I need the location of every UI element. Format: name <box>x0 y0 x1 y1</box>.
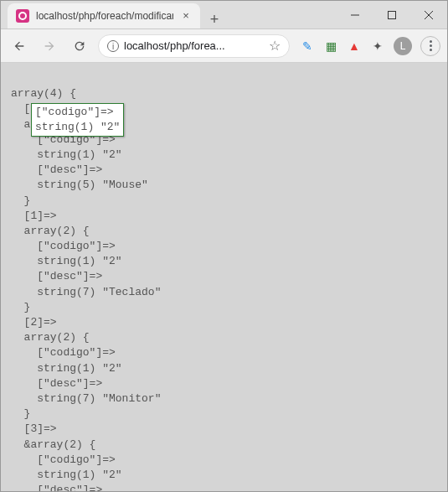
maximize-button[interactable] <box>373 1 410 29</box>
url-text: localhost/php/forea... <box>124 39 264 52</box>
dump-line: string(1) "2" <box>11 255 122 267</box>
dump-line: ["desc"]=> <box>11 270 102 282</box>
dump-line: ["codigo"]=> <box>11 346 116 359</box>
address-bar[interactable]: i localhost/php/forea... ☆ <box>98 34 290 58</box>
window-titlebar: localhost/php/foreach/modificar × + <box>1 1 447 29</box>
window-controls <box>337 1 447 28</box>
dump-line: ["desc"]=> <box>11 377 102 390</box>
extension-icons: ✎ ▦ ▲ ✦ L <box>296 36 440 56</box>
dump-line: &array(2) { <box>11 438 95 451</box>
dump-line: string(7) "Monitor" <box>11 392 161 405</box>
close-window-button[interactable] <box>410 1 447 29</box>
extensions-puzzle-icon[interactable]: ✦ <box>370 39 385 54</box>
highlight-overlay: ["codigo"]=> string(1) "2" <box>31 103 124 137</box>
tab-strip: localhost/php/foreach/modificar × + <box>1 1 337 28</box>
tab-title: localhost/php/foreach/modificar <box>36 10 173 22</box>
minimize-button[interactable] <box>337 1 373 29</box>
svg-rect-1 <box>389 11 396 18</box>
extension-icon-pen[interactable]: ✎ <box>300 39 315 54</box>
favicon-icon <box>16 9 29 23</box>
browser-tab[interactable]: localhost/php/foreach/modificar × <box>8 3 200 28</box>
new-tab-button[interactable]: + <box>203 11 225 28</box>
forward-button[interactable] <box>38 34 61 58</box>
highlight-line: ["codigo"]=> <box>35 106 114 118</box>
extension-icon-bell[interactable]: ▲ <box>347 39 362 54</box>
chrome-menu-button[interactable] <box>420 36 440 56</box>
dump-line: array(2) { <box>11 225 90 237</box>
bookmark-star-icon[interactable]: ☆ <box>269 38 281 54</box>
dump-line: ["codigo"]=> <box>11 453 116 466</box>
site-info-icon[interactable]: i <box>107 40 119 52</box>
dump-line: string(5) "Mouse" <box>11 179 148 191</box>
dump-line: ["desc"]=> <box>11 484 102 492</box>
dump-line: string(7) "Teclado" <box>11 286 161 298</box>
profile-avatar[interactable]: L <box>394 37 412 55</box>
close-tab-button[interactable]: × <box>180 10 192 22</box>
highlight-line: string(1) "2" <box>35 121 120 133</box>
dump-line: string(1) "2" <box>11 469 122 481</box>
dump-line: } <box>11 194 30 207</box>
dump-line: string(1) "2" <box>11 148 122 161</box>
dump-line: [3]=> <box>11 422 57 435</box>
extension-icon-box[interactable]: ▦ <box>323 39 338 54</box>
dump-line: [1]=> <box>11 210 57 222</box>
back-button[interactable] <box>8 34 31 58</box>
dump-line: } <box>11 301 30 313</box>
dump-line: } <box>11 407 30 420</box>
reload-button[interactable] <box>68 34 91 58</box>
dump-line: ["codigo"]=> <box>11 240 116 252</box>
dump-line: ["desc"]=> <box>11 163 102 176</box>
browser-toolbar: i localhost/php/forea... ☆ ✎ ▦ ▲ ✦ L <box>1 29 447 63</box>
dump-root-open: array(4) { <box>11 87 76 100</box>
dump-line: [2]=> <box>11 316 57 329</box>
dump-line: string(1) "2" <box>11 362 122 375</box>
dump-line: array(2) { <box>11 331 90 344</box>
page-content: array(4) { [0]=> array(2) { ["codigo"]=>… <box>1 63 447 492</box>
